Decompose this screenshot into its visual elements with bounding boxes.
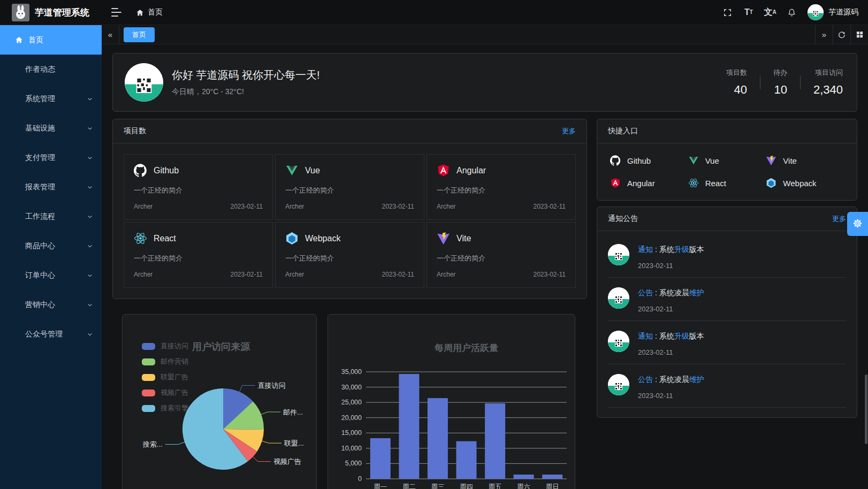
- svg-text:15,000: 15,000: [341, 429, 362, 437]
- bell-icon[interactable]: [783, 4, 800, 21]
- projects-card-title: 项目数: [124, 126, 146, 136]
- tabs-scroll-right-button[interactable]: »: [815, 25, 833, 44]
- project-desc: 一个正经的简介: [134, 254, 263, 271]
- breadcrumb-home-label: 首页: [148, 7, 163, 17]
- breadcrumb[interactable]: 首页: [136, 7, 163, 17]
- project-card-Vue[interactable]: Vue一个正经的简介Archer2023-02-11: [275, 154, 424, 220]
- chevron-down-icon: [87, 213, 93, 220]
- notice-item[interactable]: 公告 : 系统凌晨维护2023-02-11: [608, 278, 846, 320]
- shortcut-Webpack[interactable]: Webpack: [766, 178, 844, 188]
- shortcut-label: Vue: [705, 156, 719, 165]
- sidebar-item-label: 公众号管理: [25, 330, 81, 339]
- notice-title-segment: 公告: [638, 288, 653, 297]
- shortcuts-card-title: 快捷入口: [608, 126, 638, 136]
- translate-icon[interactable]: 文A: [762, 4, 779, 21]
- stat-label: 待办: [773, 68, 787, 78]
- projects-grid: Github一个正经的简介Archer2023-02-11Vue一个正经的简介A…: [113, 143, 587, 299]
- stat-label: 项目数: [726, 68, 747, 78]
- shortcut-Github[interactable]: Github: [610, 155, 688, 166]
- project-card-Angular[interactable]: Angular一个正经的简介Archer2023-02-11: [427, 154, 576, 220]
- project-date: 2023-02-11: [534, 203, 566, 210]
- settings-gear-button[interactable]: [847, 212, 868, 236]
- menu-fold-button[interactable]: [111, 8, 122, 17]
- svg-text:周二: 周二: [402, 483, 416, 489]
- welcome-avatar: [125, 63, 163, 102]
- font-size-icon[interactable]: TT: [740, 4, 757, 21]
- stat-value: 40: [726, 83, 747, 97]
- notice-item[interactable]: 通知 : 系统升级版本2023-02-11: [608, 321, 846, 364]
- bar-周六: [514, 475, 534, 479]
- project-card-Webpack[interactable]: Webpack一个正经的简介Archer2023-02-11: [275, 222, 424, 288]
- notice-avatar: [608, 374, 629, 395]
- svg-text:邮件...: 邮件...: [283, 408, 303, 416]
- top-header: 芋道管理系统 首页 TT 文A 芋道源码: [0, 0, 868, 25]
- chevron-down-icon: [87, 184, 93, 190]
- sidebar-item-系统管理[interactable]: 系统管理: [0, 84, 102, 113]
- bar-周五: [485, 403, 505, 479]
- projects-card: 项目数 更多 Github一个正经的简介Archer2023-02-11Vue一…: [112, 119, 587, 299]
- notices-card: 通知公告 更多 通知 : 系统升级版本2023-02-11公告 : 系统凌晨维护…: [597, 207, 857, 418]
- project-desc: 一个正经的简介: [134, 186, 263, 203]
- project-desc: 一个正经的简介: [285, 254, 414, 271]
- shortcut-label: Vite: [783, 156, 797, 165]
- angular-icon: [610, 178, 621, 188]
- sidebar-item-label: 首页: [28, 35, 93, 45]
- grid-layout-icon[interactable]: [850, 25, 868, 44]
- sidebar-item-商品中心[interactable]: 商品中心: [0, 231, 102, 261]
- svg-text:30,000: 30,000: [341, 384, 362, 391]
- angular-icon: [437, 164, 450, 177]
- sidebar-item-报表管理[interactable]: 报表管理: [0, 172, 102, 202]
- sidebar-item-作者动态[interactable]: 作者动态: [0, 55, 102, 84]
- scrollbar-thumb[interactable]: [865, 375, 867, 444]
- shortcut-React[interactable]: React: [688, 178, 766, 188]
- shortcut-Angular[interactable]: Angular: [610, 178, 688, 188]
- sidebar-item-工作流程[interactable]: 工作流程: [0, 202, 102, 231]
- sidebar-item-label: 系统管理: [25, 94, 81, 104]
- project-name: Github: [154, 166, 179, 175]
- sidebar-item-基础设施[interactable]: 基础设施: [0, 113, 102, 143]
- fullscreen-icon[interactable]: [719, 4, 736, 21]
- shortcut-Vue[interactable]: Vue: [688, 155, 766, 166]
- github-icon: [610, 155, 621, 166]
- project-author: Archer: [134, 271, 153, 278]
- sidebar-item-订单中心[interactable]: 订单中心: [0, 261, 102, 290]
- notice-title-segment: 版本: [689, 245, 704, 254]
- project-author: Archer: [437, 271, 455, 278]
- notice-title-segment: 公告: [638, 375, 653, 384]
- notice-title-segment: 维护: [689, 288, 704, 297]
- app-root: 芋道管理系统 首页 TT 文A 芋道源码 首页作者动态系统管理基础设施支付管理报…: [0, 0, 868, 489]
- project-card-React[interactable]: React一个正经的简介Archer2023-02-11: [124, 222, 273, 288]
- sidebar-item-label: 支付管理: [25, 153, 81, 163]
- bar-周二: [399, 374, 419, 479]
- project-card-Vite[interactable]: Vite一个正经的简介Archer2023-02-11: [427, 222, 576, 288]
- projects-more-link[interactable]: 更多: [562, 126, 576, 136]
- tab-home[interactable]: 首页: [124, 27, 155, 42]
- chevron-down-icon: [87, 302, 93, 308]
- refresh-icon[interactable]: [833, 25, 850, 44]
- sidebar-item-支付管理[interactable]: 支付管理: [0, 143, 102, 172]
- project-name: Vue: [305, 166, 320, 175]
- notice-title-segment: 升级: [674, 332, 689, 340]
- notice-item[interactable]: 公告 : 系统凌晨维护2023-02-11: [608, 364, 846, 407]
- user-menu[interactable]: 芋道源码: [808, 4, 858, 20]
- shortcut-Vite[interactable]: Vite: [766, 155, 844, 166]
- sidebar-item-营销中心[interactable]: 营销中心: [0, 290, 102, 319]
- notice-date: 2023-02-11: [638, 392, 704, 400]
- app-logo[interactable]: 芋道管理系统: [0, 4, 102, 21]
- vite-icon: [437, 232, 450, 245]
- sidebar-item-首页[interactable]: 首页: [0, 25, 102, 55]
- notices-more-link[interactable]: 更多: [832, 214, 846, 224]
- project-name: Webpack: [305, 234, 340, 243]
- svg-text:20,000: 20,000: [341, 414, 362, 422]
- svg-text:周日: 周日: [546, 483, 559, 489]
- svg-text:25,000: 25,000: [341, 399, 362, 406]
- notice-title-segment: : 系统: [653, 332, 674, 340]
- notice-avatar: [608, 287, 629, 309]
- notice-item[interactable]: 通知 : 系统升级版本2023-02-11: [608, 234, 846, 277]
- tabs-scroll-left-button[interactable]: «: [102, 25, 119, 44]
- sidebar-item-label: 工作流程: [25, 212, 81, 221]
- svg-text:搜索...: 搜索...: [142, 440, 163, 448]
- project-card-Github[interactable]: Github一个正经的简介Archer2023-02-11: [124, 154, 273, 220]
- sidebar-item-公众号管理[interactable]: 公众号管理: [0, 319, 102, 349]
- chevron-down-icon: [87, 155, 93, 161]
